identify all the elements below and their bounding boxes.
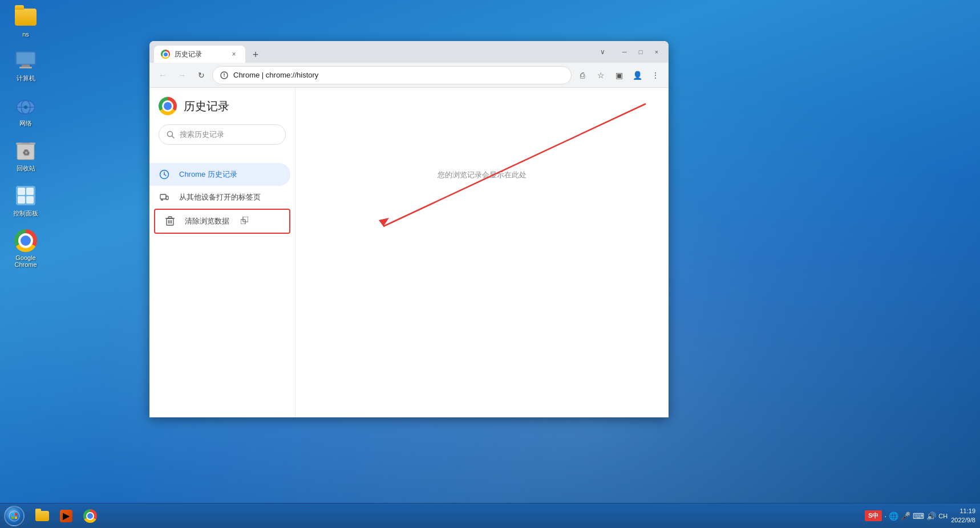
- svg-rect-9: [22, 143, 30, 144]
- search-placeholder: 搜索历史记录: [180, 129, 224, 140]
- share-button[interactable]: ⎙: [574, 67, 591, 84]
- clear-data-box: 清除浏览数据: [154, 209, 290, 234]
- desktop-icon-network[interactable]: 网络: [6, 94, 46, 128]
- taskbar-item-chrome[interactable]: [79, 506, 102, 526]
- bookmark-button[interactable]: ☆: [592, 67, 609, 84]
- explorer-icon: [35, 509, 49, 523]
- clock: 11:19 2022/9/8: [951, 507, 975, 525]
- svg-rect-12: [18, 188, 25, 195]
- new-tab-button[interactable]: +: [248, 47, 264, 63]
- svg-line-20: [172, 136, 175, 139]
- empty-state-text: 您的浏览记录会显示在此处: [438, 170, 527, 180]
- dot-icon: ·: [884, 511, 886, 521]
- tab-favicon: [161, 50, 170, 59]
- page-title: 历史记录: [184, 99, 229, 114]
- address-bar-icon: [220, 71, 229, 80]
- chrome-desktop-icon: [14, 229, 37, 252]
- maximize-button[interactable]: □: [633, 46, 648, 58]
- svg-line-23: [164, 174, 166, 176]
- taskbar: ▶ S中 · 🌐 🎤 ⌨ 🔊 CH 11:19 2022/9/8: [0, 503, 980, 528]
- tray-icons: S中 · 🌐 🎤 ⌨ 🔊 CH: [865, 510, 947, 521]
- desktop-icon-ns[interactable]: ns: [6, 6, 46, 38]
- chrome-taskbar-icon: [83, 509, 97, 523]
- sidebar-item-clear-data[interactable]: 清除浏览数据: [155, 210, 285, 233]
- title-bar: 历史记录 × + ∨ ─ □ ×: [149, 41, 669, 63]
- svg-rect-0: [16, 52, 35, 64]
- desktop-icon-label: Google Chrome: [6, 254, 46, 268]
- taskbar-item-explorer[interactable]: [31, 506, 54, 526]
- minimize-button[interactable]: ─: [617, 46, 632, 58]
- page-header-icon: [159, 97, 177, 115]
- forward-button[interactable]: →: [173, 67, 191, 84]
- sidebar: 历史记录 搜索历史记录: [149, 88, 295, 417]
- reload-button[interactable]: ↻: [193, 67, 210, 84]
- page-header: 历史记录: [149, 97, 295, 124]
- trash-icon: [164, 216, 176, 227]
- svg-rect-46: [15, 517, 17, 519]
- time: 11:19: [959, 507, 975, 515]
- desktop-icon-label: 回收站: [17, 164, 35, 173]
- desktop-icons-container: ns 计算机 网络 ♻: [6, 6, 46, 268]
- desktop-icon-control[interactable]: 控制面板: [6, 184, 46, 218]
- start-button[interactable]: [0, 503, 29, 529]
- taskbar-items: ▶: [29, 503, 104, 528]
- main-content: 您的浏览记录会显示在此处: [295, 88, 669, 417]
- svg-rect-45: [11, 517, 14, 519]
- search-bar[interactable]: 搜索历史记录: [159, 124, 286, 145]
- mic-icon: 🎤: [901, 511, 910, 521]
- tab-dropdown-button[interactable]: ∨: [594, 44, 610, 60]
- start-orb: [4, 506, 25, 526]
- keyboard-icon: ⌨: [913, 511, 924, 521]
- computer-icon: [14, 49, 37, 72]
- desktop-icon-label: 控制面板: [13, 209, 38, 218]
- window-button[interactable]: ▣: [610, 67, 627, 84]
- window-controls: ─ □ ×: [617, 46, 664, 58]
- network-tray-icon: 🌐: [889, 511, 898, 521]
- recycle-icon: ♻: [14, 139, 37, 162]
- back-button[interactable]: ←: [154, 67, 171, 84]
- sidebar-item-other-devices[interactable]: 从其他设备打开的标签页: [149, 186, 290, 209]
- desktop-icon-computer[interactable]: 计算机: [6, 49, 46, 83]
- desktop-icon-chrome[interactable]: Google Chrome: [6, 229, 46, 268]
- search-icon: [166, 130, 175, 139]
- svg-point-42: [9, 511, 19, 521]
- navigation-bar: ← → ↻ Chrome | chrome://history ⎙ ☆ ▣: [149, 63, 669, 88]
- page-content: 历史记录 搜索历史记录: [149, 88, 669, 417]
- svg-rect-1: [22, 64, 30, 67]
- svg-rect-15: [26, 196, 34, 204]
- devices-icon: [159, 192, 170, 203]
- svg-rect-44: [15, 513, 17, 515]
- sidebar-item-chrome-history[interactable]: Chrome 历史记录: [149, 163, 290, 186]
- browser-window: 历史记录 × + ∨ ─ □ × ←: [149, 41, 669, 417]
- profile-button[interactable]: 👤: [629, 67, 646, 84]
- desktop-icon-recycle[interactable]: ♻ 回收站: [6, 139, 46, 173]
- tab-title: 历史记录: [175, 50, 202, 59]
- sidebar-item-label: Chrome 历史记录: [179, 169, 237, 180]
- svg-point-6: [24, 105, 27, 109]
- svg-rect-13: [26, 188, 34, 195]
- svg-rect-2: [19, 67, 32, 68]
- address-bar[interactable]: Chrome | chrome://history: [212, 66, 572, 84]
- close-button[interactable]: ×: [649, 46, 664, 58]
- network-icon: [14, 94, 37, 117]
- sidebar-item-label: 清除浏览数据: [185, 216, 229, 226]
- speaker-icon: 🔊: [926, 511, 936, 521]
- menu-button[interactable]: ⋮: [647, 67, 664, 84]
- control-icon: [14, 184, 37, 207]
- svg-rect-25: [166, 196, 168, 200]
- media-player-icon: ▶: [59, 509, 73, 523]
- external-link-icon: [241, 217, 248, 226]
- address-text: Chrome | chrome://history: [233, 71, 318, 79]
- sogou-icon[interactable]: S中: [865, 510, 882, 521]
- tab-close-button[interactable]: ×: [229, 50, 238, 59]
- taskbar-tray: S中 · 🌐 🎤 ⌨ 🔊 CH 11:19 2022/9/8: [860, 507, 980, 525]
- folder-icon: [14, 6, 37, 29]
- clock-icon: [159, 169, 170, 180]
- sidebar-item-label: 从其他设备打开的标签页: [179, 192, 261, 202]
- active-tab[interactable]: 历史记录 ×: [154, 46, 245, 63]
- svg-text:♻: ♻: [22, 148, 30, 157]
- svg-rect-30: [168, 217, 172, 218]
- taskbar-item-media[interactable]: ▶: [55, 506, 78, 526]
- tab-area: 历史记录 × +: [154, 41, 592, 63]
- date: 2022/9/8: [951, 516, 975, 525]
